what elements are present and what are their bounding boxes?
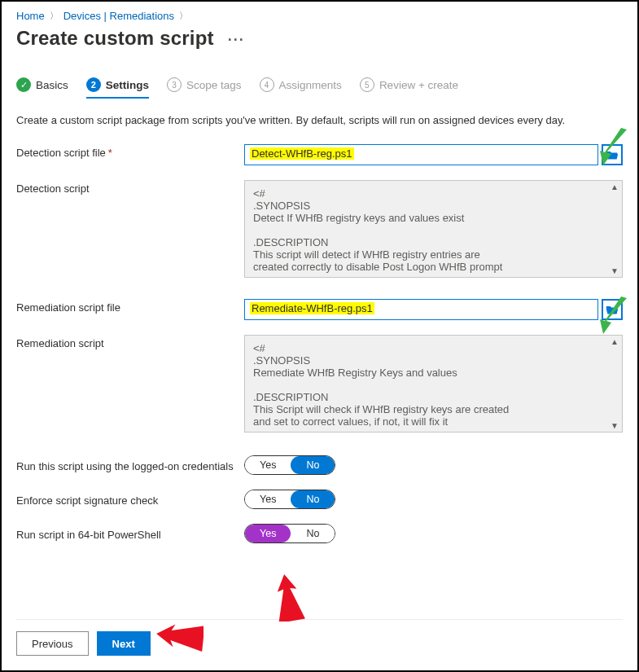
remediation-script-label: Remediation script bbox=[16, 335, 244, 349]
ellipsis-icon[interactable]: ··· bbox=[228, 32, 245, 48]
scroll-down-icon[interactable]: ▼ bbox=[611, 421, 620, 430]
step-number-icon: 4 bbox=[260, 77, 274, 92]
run-logged-on-toggle[interactable]: Yes No bbox=[244, 455, 335, 475]
detection-file-input[interactable]: Detect-WHfB-reg.ps1 bbox=[244, 144, 598, 165]
next-button[interactable]: Next bbox=[97, 631, 151, 656]
detection-file-value: Detect-WHfB-reg.ps1 bbox=[250, 147, 354, 160]
detection-script-label: Detection script bbox=[16, 180, 244, 195]
run-64bit-toggle[interactable]: Yes No bbox=[244, 524, 335, 543]
scroll-up-icon[interactable]: ▲ bbox=[611, 182, 620, 191]
remediation-file-label: Remediation script file bbox=[16, 299, 244, 314]
remediation-script-content: <# .SYNOPSIS Remediate WHfB Registry Key… bbox=[253, 342, 614, 428]
page-title-text: Create custom script bbox=[16, 27, 214, 49]
enforce-sig-label: Enforce script signature check bbox=[16, 492, 244, 507]
detection-file-label: Detection script file* bbox=[16, 144, 244, 159]
breadcrumb-home[interactable]: Home bbox=[16, 10, 45, 22]
toggle-yes[interactable]: Yes bbox=[245, 456, 291, 474]
tab-review-create[interactable]: 5 Review + create bbox=[360, 77, 458, 99]
remediation-file-input[interactable]: Remediate-WHfB-reg.ps1 bbox=[244, 299, 598, 320]
breadcrumb: Home 〉 Devices | Remediations 〉 bbox=[16, 10, 623, 22]
tab-label: Settings bbox=[106, 79, 149, 91]
toggle-yes[interactable]: Yes bbox=[245, 490, 291, 508]
remediation-script-textarea[interactable]: ▲ <# .SYNOPSIS Remediate WHfB Registry K… bbox=[244, 335, 623, 433]
tab-label: Basics bbox=[36, 79, 68, 91]
checkmark-icon: ✓ bbox=[16, 77, 31, 92]
enforce-sig-toggle[interactable]: Yes No bbox=[244, 490, 335, 509]
chevron-right-icon: 〉 bbox=[179, 10, 188, 22]
run-logged-on-label: Run this script using the logged-on cred… bbox=[16, 458, 244, 472]
tab-label: Scope tags bbox=[186, 79, 242, 91]
browse-file-button[interactable] bbox=[602, 144, 623, 165]
annotation-arrow-icon bbox=[262, 573, 311, 621]
toggle-no[interactable]: No bbox=[291, 456, 335, 474]
detection-script-textarea[interactable]: ▲ <# .SYNOPSIS Detect If WHfB registry k… bbox=[244, 180, 623, 278]
previous-button[interactable]: Previous bbox=[16, 631, 89, 656]
folder-open-icon bbox=[606, 149, 619, 160]
run-64bit-label: Run script in 64-bit PowerShell bbox=[16, 526, 244, 541]
intro-text: Create a custom script package from scri… bbox=[16, 114, 623, 126]
step-number-icon: 5 bbox=[360, 77, 374, 92]
toggle-no[interactable]: No bbox=[291, 525, 335, 542]
tab-basics[interactable]: ✓ Basics bbox=[16, 77, 68, 99]
scroll-up-icon[interactable]: ▲ bbox=[611, 337, 620, 346]
toggle-no[interactable]: No bbox=[291, 490, 335, 508]
tab-bar: ✓ Basics 2 Settings 3 Scope tags 4 Assig… bbox=[16, 77, 623, 99]
remediation-file-value: Remediate-WHfB-reg.ps1 bbox=[250, 302, 374, 314]
breadcrumb-devices[interactable]: Devices | Remediations bbox=[63, 10, 174, 22]
toggle-yes[interactable]: Yes bbox=[245, 525, 291, 542]
tab-settings[interactable]: 2 Settings bbox=[86, 77, 149, 99]
tab-scope-tags[interactable]: 3 Scope tags bbox=[167, 77, 242, 99]
tab-assignments[interactable]: 4 Assignments bbox=[260, 77, 342, 99]
tab-label: Assignments bbox=[279, 79, 342, 91]
step-number-icon: 3 bbox=[167, 77, 182, 92]
folder-open-icon bbox=[606, 304, 619, 315]
detection-script-content: <# .SYNOPSIS Detect If WHfB registry key… bbox=[253, 187, 614, 273]
browse-file-button[interactable] bbox=[602, 299, 623, 320]
chevron-right-icon: 〉 bbox=[50, 10, 59, 22]
step-number-icon: 2 bbox=[86, 77, 101, 92]
footer-actions: Previous Next bbox=[16, 619, 623, 656]
scroll-down-icon[interactable]: ▼ bbox=[611, 266, 620, 275]
tab-label: Review + create bbox=[379, 79, 458, 91]
page-title: Create custom script ··· bbox=[16, 27, 623, 50]
